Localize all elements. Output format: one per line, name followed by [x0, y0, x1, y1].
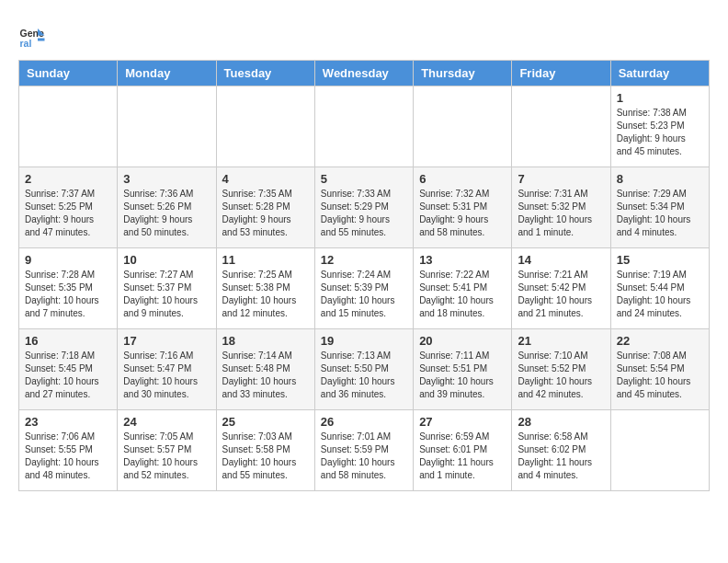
- day-info: Sunrise: 7:05 AM Sunset: 5:57 PM Dayligh…: [123, 431, 210, 482]
- day-number: 3: [123, 172, 210, 186]
- day-info: Sunrise: 7:36 AM Sunset: 5:26 PM Dayligh…: [123, 188, 210, 239]
- day-number: 18: [222, 334, 309, 348]
- calendar-week-3: 9Sunrise: 7:28 AM Sunset: 5:35 PM Daylig…: [19, 248, 710, 329]
- day-number: 2: [25, 172, 111, 186]
- day-info: Sunrise: 7:08 AM Sunset: 5:54 PM Dayligh…: [617, 350, 703, 401]
- calendar-cell: 4Sunrise: 7:35 AM Sunset: 5:28 PM Daylig…: [216, 167, 314, 248]
- day-info: Sunrise: 7:24 AM Sunset: 5:39 PM Dayligh…: [321, 269, 407, 320]
- day-number: 16: [25, 334, 111, 348]
- day-info: Sunrise: 7:18 AM Sunset: 5:45 PM Dayligh…: [25, 350, 111, 401]
- logo-icon: Gene ral: [18, 23, 46, 51]
- calendar-cell: 1Sunrise: 7:38 AM Sunset: 5:23 PM Daylig…: [610, 86, 709, 167]
- calendar-cell: 28Sunrise: 6:58 AM Sunset: 6:02 PM Dayli…: [512, 410, 610, 491]
- calendar-body: 1Sunrise: 7:38 AM Sunset: 5:23 PM Daylig…: [19, 86, 710, 491]
- day-info: Sunrise: 7:13 AM Sunset: 5:50 PM Dayligh…: [321, 350, 407, 401]
- calendar-cell: [610, 410, 709, 491]
- day-number: 20: [419, 334, 506, 348]
- calendar-week-5: 23Sunrise: 7:06 AM Sunset: 5:55 PM Dayli…: [19, 410, 710, 491]
- calendar-cell: 15Sunrise: 7:19 AM Sunset: 5:44 PM Dayli…: [610, 248, 709, 329]
- day-number: 9: [25, 253, 111, 267]
- day-number: 21: [518, 334, 604, 348]
- day-number: 5: [321, 172, 407, 186]
- calendar-week-1: 1Sunrise: 7:38 AM Sunset: 5:23 PM Daylig…: [19, 86, 710, 167]
- calendar-cell: 16Sunrise: 7:18 AM Sunset: 5:45 PM Dayli…: [19, 329, 118, 410]
- day-info: Sunrise: 7:14 AM Sunset: 5:48 PM Dayligh…: [222, 350, 309, 401]
- calendar-cell: 24Sunrise: 7:05 AM Sunset: 5:57 PM Dayli…: [118, 410, 216, 491]
- day-number: 7: [518, 172, 604, 186]
- day-info: Sunrise: 7:37 AM Sunset: 5:25 PM Dayligh…: [25, 188, 111, 239]
- calendar-cell: 26Sunrise: 7:01 AM Sunset: 5:59 PM Dayli…: [314, 410, 413, 491]
- day-header-thursday: Thursday: [414, 61, 512, 86]
- day-number: 11: [222, 253, 309, 267]
- day-header-monday: Monday: [118, 61, 216, 86]
- calendar-cell: 3Sunrise: 7:36 AM Sunset: 5:26 PM Daylig…: [118, 167, 216, 248]
- day-number: 15: [617, 253, 703, 267]
- day-number: 26: [321, 415, 407, 429]
- calendar-cell: 20Sunrise: 7:11 AM Sunset: 5:51 PM Dayli…: [414, 329, 512, 410]
- day-info: Sunrise: 7:33 AM Sunset: 5:29 PM Dayligh…: [321, 188, 407, 239]
- day-number: 25: [222, 415, 309, 429]
- calendar-cell: 19Sunrise: 7:13 AM Sunset: 5:50 PM Dayli…: [314, 329, 413, 410]
- calendar-cell: 18Sunrise: 7:14 AM Sunset: 5:48 PM Dayli…: [216, 329, 314, 410]
- day-info: Sunrise: 7:01 AM Sunset: 5:59 PM Dayligh…: [321, 431, 407, 482]
- day-info: Sunrise: 7:29 AM Sunset: 5:34 PM Dayligh…: [617, 188, 703, 239]
- day-number: 1: [617, 91, 703, 105]
- day-info: Sunrise: 7:31 AM Sunset: 5:32 PM Dayligh…: [518, 188, 604, 239]
- day-info: Sunrise: 7:27 AM Sunset: 5:37 PM Dayligh…: [123, 269, 210, 320]
- day-number: 22: [617, 334, 703, 348]
- day-info: Sunrise: 7:06 AM Sunset: 5:55 PM Dayligh…: [25, 431, 111, 482]
- calendar-cell: 23Sunrise: 7:06 AM Sunset: 5:55 PM Dayli…: [19, 410, 118, 491]
- day-number: 24: [123, 415, 210, 429]
- day-header-tuesday: Tuesday: [216, 61, 314, 86]
- calendar-cell: 5Sunrise: 7:33 AM Sunset: 5:29 PM Daylig…: [314, 167, 413, 248]
- day-header-saturday: Saturday: [610, 61, 709, 86]
- calendar-cell: 2Sunrise: 7:37 AM Sunset: 5:25 PM Daylig…: [19, 167, 118, 248]
- day-number: 27: [419, 415, 506, 429]
- day-number: 6: [419, 172, 506, 186]
- day-info: Sunrise: 6:58 AM Sunset: 6:02 PM Dayligh…: [518, 431, 604, 482]
- calendar-table: SundayMondayTuesdayWednesdayThursdayFrid…: [18, 60, 710, 491]
- calendar-cell: 22Sunrise: 7:08 AM Sunset: 5:54 PM Dayli…: [610, 329, 709, 410]
- calendar-cell: 12Sunrise: 7:24 AM Sunset: 5:39 PM Dayli…: [314, 248, 413, 329]
- day-number: 13: [419, 253, 506, 267]
- day-info: Sunrise: 7:19 AM Sunset: 5:44 PM Dayligh…: [617, 269, 703, 320]
- logo: Gene ral: [18, 23, 48, 51]
- calendar-cell: 6Sunrise: 7:32 AM Sunset: 5:31 PM Daylig…: [414, 167, 512, 248]
- day-number: 17: [123, 334, 210, 348]
- calendar-cell: [19, 86, 118, 167]
- calendar-header-row: SundayMondayTuesdayWednesdayThursdayFrid…: [19, 61, 710, 86]
- calendar-cell: 9Sunrise: 7:28 AM Sunset: 5:35 PM Daylig…: [19, 248, 118, 329]
- day-number: 4: [222, 172, 309, 186]
- day-info: Sunrise: 7:22 AM Sunset: 5:41 PM Dayligh…: [419, 269, 506, 320]
- header: Gene ral: [18, 18, 710, 51]
- calendar-cell: [216, 86, 314, 167]
- calendar-cell: [118, 86, 216, 167]
- calendar-cell: [314, 86, 413, 167]
- calendar-cell: [512, 86, 610, 167]
- calendar-cell: 10Sunrise: 7:27 AM Sunset: 5:37 PM Dayli…: [118, 248, 216, 329]
- day-info: Sunrise: 7:11 AM Sunset: 5:51 PM Dayligh…: [419, 350, 506, 401]
- calendar-cell: 8Sunrise: 7:29 AM Sunset: 5:34 PM Daylig…: [610, 167, 709, 248]
- svg-rect-3: [38, 39, 45, 41]
- calendar-cell: 25Sunrise: 7:03 AM Sunset: 5:58 PM Dayli…: [216, 410, 314, 491]
- calendar-cell: 7Sunrise: 7:31 AM Sunset: 5:32 PM Daylig…: [512, 167, 610, 248]
- day-number: 8: [617, 172, 703, 186]
- calendar-cell: 17Sunrise: 7:16 AM Sunset: 5:47 PM Dayli…: [118, 329, 216, 410]
- calendar-cell: 13Sunrise: 7:22 AM Sunset: 5:41 PM Dayli…: [414, 248, 512, 329]
- calendar-week-2: 2Sunrise: 7:37 AM Sunset: 5:25 PM Daylig…: [19, 167, 710, 248]
- calendar-cell: 11Sunrise: 7:25 AM Sunset: 5:38 PM Dayli…: [216, 248, 314, 329]
- day-info: Sunrise: 6:59 AM Sunset: 6:01 PM Dayligh…: [419, 431, 506, 482]
- day-number: 14: [518, 253, 604, 267]
- day-number: 23: [25, 415, 111, 429]
- day-info: Sunrise: 7:25 AM Sunset: 5:38 PM Dayligh…: [222, 269, 309, 320]
- day-info: Sunrise: 7:28 AM Sunset: 5:35 PM Dayligh…: [25, 269, 111, 320]
- calendar-cell: 21Sunrise: 7:10 AM Sunset: 5:52 PM Dayli…: [512, 329, 610, 410]
- calendar-week-4: 16Sunrise: 7:18 AM Sunset: 5:45 PM Dayli…: [19, 329, 710, 410]
- day-header-friday: Friday: [512, 61, 610, 86]
- day-info: Sunrise: 7:21 AM Sunset: 5:42 PM Dayligh…: [518, 269, 604, 320]
- calendar-cell: 27Sunrise: 6:59 AM Sunset: 6:01 PM Dayli…: [414, 410, 512, 491]
- day-info: Sunrise: 7:16 AM Sunset: 5:47 PM Dayligh…: [123, 350, 210, 401]
- day-info: Sunrise: 7:38 AM Sunset: 5:23 PM Dayligh…: [617, 107, 703, 158]
- day-header-wednesday: Wednesday: [314, 61, 413, 86]
- day-info: Sunrise: 7:03 AM Sunset: 5:58 PM Dayligh…: [222, 431, 309, 482]
